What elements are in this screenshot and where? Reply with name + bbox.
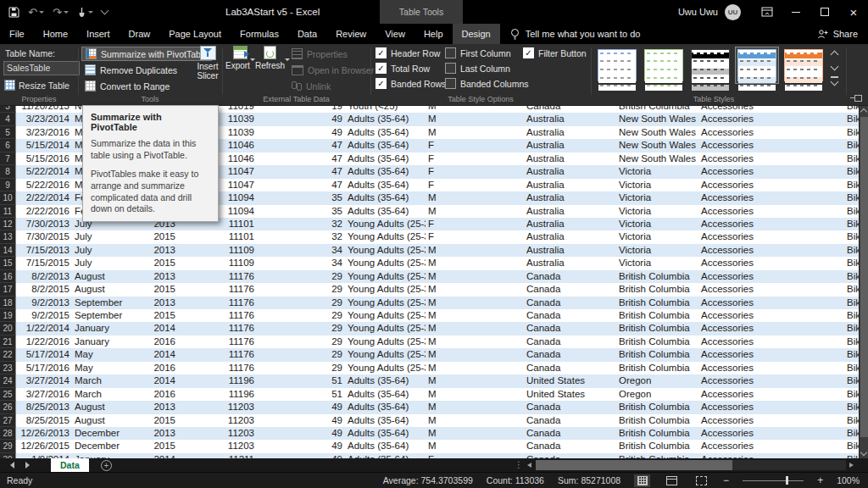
cell[interactable]: 29 [257,283,345,296]
table-style-light-blue[interactable] [595,47,639,84]
cell[interactable]: 11109 [178,244,257,257]
cell[interactable]: Accessories [698,297,844,309]
cell[interactable]: Accessories [698,106,844,113]
row-header[interactable]: 7 [0,152,16,165]
cell[interactable]: 29 [257,270,345,283]
cell[interactable]: Adults (35-64) [345,191,426,204]
cell[interactable]: Accessories [698,322,844,335]
cell[interactable]: December [72,440,129,452]
row-header[interactable]: 14 [0,244,16,257]
summarize-with-pivottable-button[interactable]: Summarize with PivotTable [81,47,212,61]
h-scroll-left-icon[interactable] [527,463,531,468]
tab-insert[interactable]: Insert [77,24,120,44]
cell[interactable]: M [426,336,524,348]
cell[interactable]: Accessories [698,440,844,452]
cell[interactable]: F [426,152,524,165]
cell[interactable]: Canada [524,336,616,348]
row-header[interactable]: 25 [0,388,16,401]
cell[interactable]: Australia [524,230,616,243]
cell[interactable]: August [72,283,129,296]
cell[interactable]: 29 [257,348,345,361]
cell[interactable]: F [426,230,524,243]
cell[interactable]: Australia [524,165,616,178]
cell[interactable]: British Columbia [616,309,698,322]
cell[interactable]: British Columbia [616,427,698,440]
row-header[interactable]: 19 [0,309,16,322]
ribbon-display-options-icon[interactable] [753,0,782,24]
cell[interactable]: 2014 [129,374,178,387]
cell[interactable]: 49 [257,440,345,452]
zoom-in-icon[interactable]: + [817,475,823,485]
zoom-slider-thumb[interactable] [786,476,788,485]
new-sheet-icon[interactable]: + [101,460,112,471]
cell[interactable]: M [426,270,524,283]
cell[interactable]: F [426,139,524,152]
minimize-button[interactable] [782,0,810,24]
cell[interactable]: Accessories [698,205,844,218]
undo-button[interactable]: ↶ [28,7,44,18]
cell[interactable]: 49 [257,126,345,139]
cell[interactable]: Victoria [616,218,698,230]
cell[interactable]: Australia [524,139,616,152]
cell[interactable]: 2/22/2014 [16,191,72,204]
cell[interactable]: 11176 [178,283,257,296]
cell[interactable]: Accessories [698,283,844,296]
table-style-light-green[interactable] [642,47,686,84]
cell[interactable]: 29 [257,362,345,374]
row-header[interactable]: 22 [0,348,16,361]
cell[interactable]: 2016 [129,388,178,401]
cell[interactable]: 5/17/2016 [16,362,72,374]
cell[interactable]: 2016 [129,336,178,348]
cell[interactable]: Victoria [616,165,698,178]
cell[interactable]: 11176 [178,270,257,283]
convert-to-range-button[interactable]: Convert to Range [81,79,173,93]
cell[interactable]: Accessories [698,270,844,283]
cell[interactable]: 51 [257,374,345,387]
sheet-tab-data[interactable]: Data [51,458,89,472]
cell[interactable]: F [426,179,524,191]
cell[interactable]: 3/27/2014 [16,374,72,387]
gallery-scroll-up-icon[interactable] [826,47,842,58]
cell[interactable]: Accessories [698,113,844,125]
vertical-scrollbar[interactable] [859,106,868,458]
cell[interactable]: Victoria [616,230,698,243]
cell[interactable]: Accessories [698,388,844,401]
cell[interactable]: 11/20/2013 [16,106,72,113]
table-style-medium-blue[interactable] [735,47,779,84]
cell[interactable]: 3/23/2014 [16,113,72,125]
cell[interactable]: 11203 [178,440,257,452]
tab-file[interactable]: File [0,24,34,44]
cell[interactable]: 11101 [178,230,257,243]
cell[interactable]: Accessories [698,336,844,348]
tab-data[interactable]: Data [288,24,326,44]
cell[interactable]: Adults (35-64) [345,179,426,191]
cell[interactable]: 49 [257,113,345,125]
cell[interactable]: Adults (35-64) [345,374,426,387]
cell[interactable]: December [72,427,129,440]
cell[interactable]: M [426,388,524,401]
cell[interactable]: 7/15/2013 [16,244,72,257]
tab-scroll-splitter-icon[interactable]: ⋮ [515,458,523,472]
cell[interactable]: British Columbia [616,106,698,113]
gallery-more-icon[interactable] [826,76,842,87]
insert-slicer-button[interactable]: Insert Slicer [193,46,222,80]
cell[interactable]: August [72,401,129,413]
table-style-dark[interactable] [688,47,732,84]
cell[interactable]: Canada [524,401,616,413]
signed-in-user[interactable]: Uwu Uwu [678,7,718,17]
cell[interactable]: 11203 [178,414,257,427]
cell[interactable]: British Columbia [616,362,698,374]
cell[interactable]: 1/22/2014 [16,322,72,335]
cell[interactable]: British Columbia [616,440,698,452]
cell[interactable]: 34 [257,244,345,257]
cell[interactable]: 11176 [178,362,257,374]
cell[interactable]: Australia [524,191,616,204]
cell[interactable]: Australia [524,152,616,165]
cell[interactable]: New South Wales [616,139,698,152]
cell[interactable]: 47 [257,139,345,152]
cell[interactable]: Accessories [698,126,844,139]
row-header[interactable]: 20 [0,322,16,335]
cell[interactable]: Canada [524,427,616,440]
cell[interactable]: August [72,414,129,427]
pin-ribbon-icon[interactable] [850,94,862,102]
